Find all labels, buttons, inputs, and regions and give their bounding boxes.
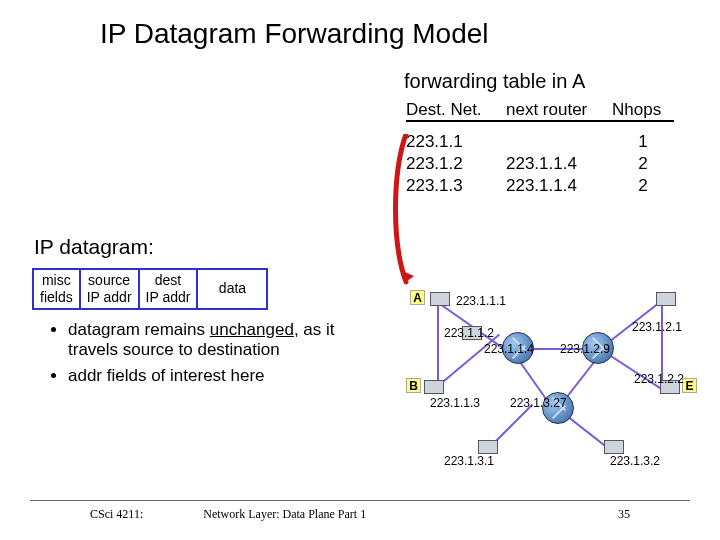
- cell-next: [506, 132, 612, 152]
- host-label-e: E: [682, 378, 697, 393]
- cell-hops: 1: [612, 132, 674, 152]
- network-diagram: A B E 223.1.1.1 223.1.1.2 223.1.1.3 223.…: [400, 278, 700, 478]
- dg-text: IP addr: [146, 289, 191, 306]
- bullet-text: datagram remains unchanged, as it travel…: [68, 320, 335, 359]
- ip-label: 223.1.1.1: [456, 294, 506, 308]
- ip-label: 223.1.2.9: [560, 342, 610, 356]
- cell-next: 223.1.1.4: [506, 154, 612, 174]
- table-row: 223.1.2 223.1.1.4 2: [406, 154, 674, 174]
- dg-text: dest: [146, 272, 191, 289]
- dg-text: fields: [40, 289, 73, 306]
- ip-datagram-structure: misc fields source IP addr dest IP addr …: [32, 268, 268, 310]
- cell-dest: 223.1.2: [406, 154, 506, 174]
- ip-label: 223.1.1.3: [430, 396, 480, 410]
- table-row: 223.1.1 1: [406, 132, 674, 152]
- dg-text: IP addr: [87, 289, 132, 306]
- ip-label: 223.1.1.4: [484, 342, 534, 356]
- dg-data: data: [198, 268, 268, 310]
- table-header-row: Dest. Net. next router Nhops: [406, 100, 674, 122]
- host-label-b: B: [406, 378, 421, 393]
- forwarding-table-caption: forwarding table in A: [404, 70, 585, 93]
- bullet-item: datagram remains unchanged, as it travel…: [68, 320, 380, 360]
- table-row: 223.1.3 223.1.1.4 2: [406, 176, 674, 196]
- cell-next: 223.1.1.4: [506, 176, 612, 196]
- ip-label: 223.1.1.2: [444, 326, 494, 340]
- ip-datagram-heading: IP datagram:: [34, 235, 154, 259]
- dg-text: misc: [40, 272, 73, 289]
- ip-label: 223.1.3.27: [510, 396, 567, 410]
- slide-footer: CSci 4211: Network Layer: Data Plane Par…: [0, 500, 720, 522]
- cell-hops: 2: [612, 176, 674, 196]
- host-icon: [604, 440, 624, 454]
- cell-hops: 2: [612, 154, 674, 174]
- col-next: next router: [506, 100, 612, 120]
- host-icon: [656, 292, 676, 306]
- dg-text: source: [87, 272, 132, 289]
- host-icon: [478, 440, 498, 454]
- dg-text: data: [219, 280, 246, 297]
- footer-divider: [30, 500, 690, 501]
- cell-dest: 223.1.1: [406, 132, 506, 152]
- footer-page: 35: [618, 507, 630, 522]
- host-label-a: A: [410, 290, 425, 305]
- dg-source: source IP addr: [81, 268, 140, 310]
- dg-misc: misc fields: [32, 268, 81, 310]
- ip-label: 223.1.2.1: [632, 320, 682, 334]
- forwarding-table: Dest. Net. next router Nhops 223.1.1 1 2…: [406, 100, 674, 196]
- bullet-list: datagram remains unchanged, as it travel…: [50, 320, 380, 392]
- ip-label: 223.1.2.2: [634, 372, 684, 386]
- slide-title: IP Datagram Forwarding Model: [100, 18, 489, 50]
- footer-left: CSci 4211:: [90, 507, 143, 522]
- forwarding-arrow-icon: [388, 134, 414, 294]
- footer-mid: Network Layer: Data Plane Part 1: [203, 507, 366, 522]
- col-dest: Dest. Net.: [406, 100, 506, 120]
- ip-label: 223.1.3.2: [610, 454, 660, 468]
- bullet-item: addr fields of interest here: [68, 366, 380, 386]
- dg-dest: dest IP addr: [140, 268, 199, 310]
- col-hops: Nhops: [612, 100, 674, 120]
- host-icon: [424, 380, 444, 394]
- ip-label: 223.1.3.1: [444, 454, 494, 468]
- cell-dest: 223.1.3: [406, 176, 506, 196]
- host-icon: [430, 292, 450, 306]
